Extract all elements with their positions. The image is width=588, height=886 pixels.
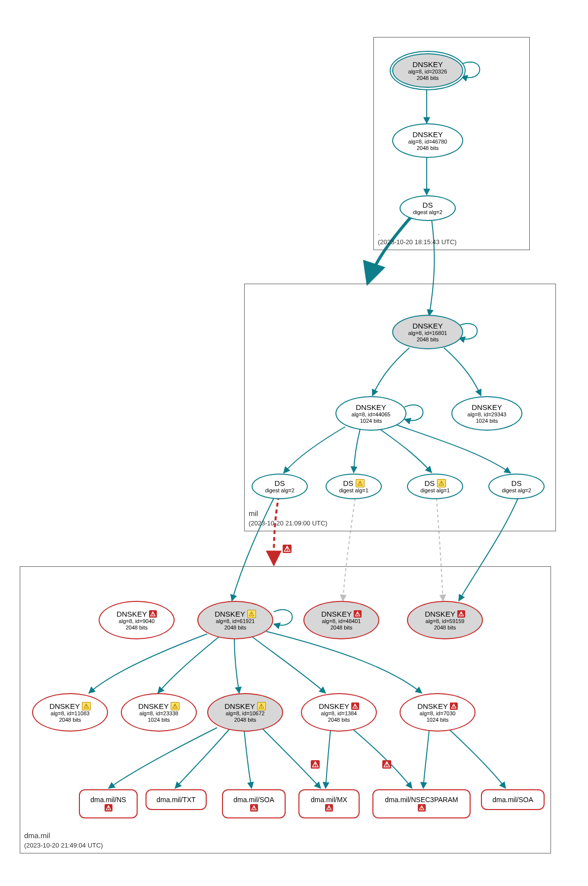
- node-sub1: alg=8, id=44065: [352, 411, 391, 418]
- node-title: DS: [423, 201, 433, 209]
- rr-txt[interactable]: dma.mil/TXT: [146, 789, 207, 810]
- error-icon: [354, 611, 362, 618]
- mil-ds-2[interactable]: DS digest alg=1: [326, 474, 382, 499]
- dma-dnskey-59159[interactable]: DNSKEY alg=8, id=59159 2048 bits: [407, 601, 483, 639]
- node-title: DNSKEY: [417, 702, 447, 710]
- node-title: DNSKEY: [412, 130, 443, 139]
- node-sub2: 2048 bits: [234, 717, 257, 723]
- error-icon: [418, 804, 426, 812]
- error-icon: [450, 703, 458, 710]
- node-title: DNSKEY: [425, 610, 455, 618]
- node-sub1: digest alg=1: [339, 487, 368, 494]
- node-sub2: 2048 bits: [328, 717, 350, 723]
- node-sub1: alg=8, id=1384: [321, 710, 357, 717]
- node-sub2: 2048 bits: [417, 336, 439, 343]
- node-title: DNSKEY: [472, 403, 502, 411]
- zone-mil-name: mil: [249, 509, 258, 517]
- error-icon: [149, 611, 157, 618]
- dma-dnskey-48401[interactable]: DNSKEY alg=8, id=48401 2048 bits: [303, 601, 379, 639]
- rr-label: dma.mil/MX: [311, 795, 347, 804]
- node-sub1: alg=8, id=7030: [420, 710, 456, 717]
- node-title: DNSKEY: [138, 702, 168, 710]
- node-sub2: 2048 bits: [126, 625, 148, 631]
- node-sub1: digest alg=2: [413, 209, 442, 216]
- node-sub1: digest alg=2: [265, 487, 294, 494]
- dma-dnskey-9040[interactable]: DNSKEY alg=8, id=9040 2048 bits: [99, 601, 175, 639]
- error-icon: [457, 611, 465, 618]
- node-title: DS: [275, 479, 285, 487]
- zone-mil-ts: (2023-10-20 21:09:00 UTC): [249, 519, 328, 527]
- node-sub1: alg=8, id=29343: [468, 411, 507, 418]
- node-sub1: alg=8, id=59159: [426, 618, 465, 625]
- node-sub1: alg=8, id=46780: [408, 139, 447, 145]
- error-icon: [105, 804, 112, 812]
- node-sub1: digest alg=2: [502, 487, 531, 494]
- node-title: DNSKEY: [412, 60, 443, 69]
- rr-label: dma.mil/NSEC3PARAM: [385, 795, 458, 804]
- rr-soa[interactable]: dma.mil/SOA: [222, 789, 286, 818]
- mil-ds-4[interactable]: DS digest alg=2: [488, 474, 545, 499]
- mil-ds-1[interactable]: DS digest alg=2: [252, 474, 308, 499]
- warning-icon: [247, 611, 256, 618]
- mil-dnskey-29343[interactable]: DNSKEY alg=8, id=29343 1024 bits: [451, 396, 522, 431]
- node-title: DS: [343, 479, 353, 487]
- node-title: DNSKEY: [224, 702, 255, 710]
- mil-ds-3[interactable]: DS digest alg=1: [407, 474, 463, 499]
- dma-dnskey-23338[interactable]: DNSKEY alg=8, id=23338 1024 bits: [121, 693, 197, 732]
- dma-dnskey-1384[interactable]: DNSKEY alg=8, id=1384 2048 bits: [301, 693, 377, 732]
- error-icon: [311, 760, 320, 769]
- dma-dnskey-7030[interactable]: DNSKEY alg=8, id=7030 1024 bits: [400, 693, 476, 732]
- node-sub1: alg=8, id=11083: [51, 710, 90, 717]
- node-sub2: 1024 bits: [476, 418, 498, 424]
- zone-mil-label: mil (2023-10-20 21:09:00 UTC): [249, 509, 328, 528]
- node-title: DNSKEY: [356, 403, 386, 411]
- node-sub2: 2048 bits: [224, 625, 247, 631]
- node-sub2: 1024 bits: [427, 717, 449, 723]
- error-icon: [250, 804, 258, 812]
- rr-label: dma.mil/NS: [90, 795, 126, 804]
- warning-icon: [356, 480, 365, 487]
- node-title: DNSKEY: [49, 702, 79, 710]
- node-title: DNSKEY: [116, 610, 147, 618]
- node-sub1: alg=8, id=48401: [322, 618, 361, 625]
- rr-label: dma.mil/TXT: [156, 795, 195, 804]
- mil-dnskey-44065[interactable]: DNSKEY alg=8, id=44065 1024 bits: [335, 396, 406, 431]
- rr-label: dma.mil/SOA: [233, 795, 274, 804]
- node-title: DS: [424, 479, 435, 487]
- error-icon: [325, 804, 333, 812]
- error-icon: [382, 760, 391, 769]
- node-sub2: 2048 bits: [59, 717, 81, 723]
- zone-root-ts: (2023-10-20 18:15:43 UTC): [378, 238, 457, 246]
- root-ds[interactable]: DS digest alg=2: [400, 195, 456, 221]
- node-title: DS: [512, 479, 522, 487]
- rr-nsec3param[interactable]: dma.mil/NSEC3PARAM: [372, 789, 471, 818]
- zone-root-name: .: [378, 228, 380, 236]
- node-sub2: 1024 bits: [360, 418, 382, 424]
- dma-dnskey-11083[interactable]: DNSKEY alg=8, id=11083 2048 bits: [32, 693, 108, 732]
- zone-dma-ts: (2023-10-20 21:49:04 UTC): [24, 842, 103, 849]
- node-title: DNSKEY: [412, 322, 443, 330]
- node-sub1: digest alg=1: [420, 487, 450, 494]
- node-sub2: 1024 bits: [148, 717, 170, 723]
- root-dnskey-46780[interactable]: DNSKEY alg=8, id=46780 2048 bits: [392, 123, 463, 158]
- warning-icon: [82, 703, 91, 710]
- rr-label: dma.mil/SOA: [492, 795, 533, 804]
- zone-dma-label: dma.mil (2023-10-20 21:49:04 UTC): [24, 831, 103, 850]
- root-dnskey-20326[interactable]: DNSKEY alg=8, id=20326 2048 bits: [392, 53, 463, 88]
- warning-icon: [171, 703, 180, 710]
- rr-ns[interactable]: dma.mil/NS: [79, 789, 138, 818]
- rr-soa-2[interactable]: dma.mil/SOA: [481, 789, 545, 810]
- node-title: DNSKEY: [215, 610, 245, 618]
- node-title: DNSKEY: [319, 702, 349, 710]
- warning-icon: [257, 703, 266, 710]
- node-title: DNSKEY: [321, 610, 351, 618]
- warning-icon: [437, 480, 446, 487]
- mil-dnskey-16801[interactable]: DNSKEY alg=8, id=16801 2048 bits: [392, 315, 463, 349]
- dma-dnskey-10672[interactable]: DNSKEY alg=8, id=10672 2048 bits: [207, 693, 283, 732]
- rr-mx[interactable]: dma.mil/MX: [298, 789, 360, 818]
- node-sub1: alg=8, id=9040: [119, 618, 155, 625]
- error-icon: [283, 544, 292, 554]
- node-sub1: alg=8, id=16801: [408, 330, 447, 336]
- zone-root-label: . (2023-10-20 18:15:43 UTC): [378, 227, 457, 247]
- dma-dnskey-61921[interactable]: DNSKEY alg=8, id=61921 2048 bits: [197, 601, 273, 639]
